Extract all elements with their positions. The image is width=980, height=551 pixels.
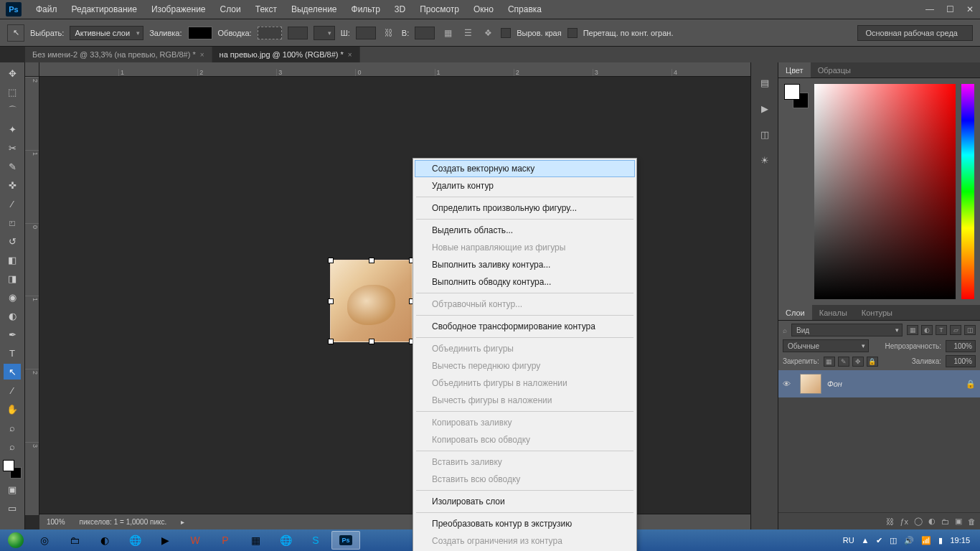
opacity-input[interactable]: 100%: [946, 340, 976, 352]
layer-row[interactable]: 👁 Фон 🔒: [778, 370, 980, 397]
stroke-swatch[interactable]: [258, 27, 282, 39]
magic-wand-tool[interactable]: ✦: [4, 121, 21, 137]
fx-icon[interactable]: ƒx: [900, 517, 908, 526]
filter-shape-icon[interactable]: ▱: [950, 325, 961, 335]
tray-shield-icon[interactable]: ✔: [876, 536, 882, 545]
channels-tab[interactable]: Каналы: [812, 305, 854, 320]
transform-handle[interactable]: [328, 339, 334, 344]
filter-type-icon[interactable]: T: [936, 325, 947, 335]
brush-tool[interactable]: ⁄: [4, 196, 21, 212]
lock-all-icon[interactable]: 🔒: [867, 357, 878, 367]
transform-handle[interactable]: [328, 258, 334, 263]
fill-opacity-input[interactable]: 100%: [946, 355, 976, 367]
transform-handle[interactable]: [328, 298, 334, 304]
cm-item-create-vector-mask[interactable]: Создать векторную маску: [415, 160, 635, 177]
color-field[interactable]: [814, 84, 956, 299]
arrange-icon[interactable]: ❖: [481, 26, 495, 40]
select-layers-dropdown[interactable]: Активные слои: [70, 26, 143, 40]
transform-handle[interactable]: [369, 258, 374, 263]
fill-swatch[interactable]: [188, 27, 212, 39]
gradient-tool[interactable]: ◨: [4, 270, 21, 286]
menu-layers[interactable]: Слои: [213, 1, 248, 17]
chevron-right-icon[interactable]: ▸: [181, 518, 184, 526]
lock-transparent-icon[interactable]: ▦: [824, 357, 835, 367]
delete-icon[interactable]: 🗑: [968, 517, 976, 526]
hue-slider[interactable]: [961, 84, 974, 299]
align-icon[interactable]: ☰: [461, 26, 475, 40]
tray-network-icon[interactable]: ◫: [890, 536, 897, 545]
menu-filter[interactable]: Фильтр: [344, 1, 387, 17]
move-tool[interactable]: ✥: [4, 65, 21, 81]
menu-file[interactable]: Файл: [29, 1, 65, 17]
tray-wifi-icon[interactable]: 📶: [921, 536, 931, 545]
canvas-area[interactable]: 12301234 210123 100% пикселов: 1 = 1,000…: [25, 62, 750, 529]
cm-item-extrude[interactable]: Преобразовать контур в экструзию: [415, 515, 635, 532]
visibility-eye-icon[interactable]: 👁: [783, 380, 794, 388]
drag-constrain-checkbox[interactable]: [567, 28, 578, 38]
cm-item-free-transform[interactable]: Свободное трансформирование контура: [415, 318, 635, 335]
task-icon[interactable]: ◎: [30, 531, 59, 550]
zoom-tool[interactable]: ⌕: [4, 420, 21, 435]
blend-mode-dropdown[interactable]: Обычные: [783, 339, 869, 352]
properties-panel-icon[interactable]: ◫: [758, 128, 772, 140]
lasso-tool[interactable]: ⌒: [4, 103, 21, 118]
menu-3d[interactable]: 3D: [387, 1, 413, 17]
search-icon[interactable]: ⌕: [783, 326, 787, 334]
height-input[interactable]: [415, 27, 435, 39]
layer-thumbnail[interactable]: [800, 374, 821, 394]
filter-pixel-icon[interactable]: ▦: [907, 325, 918, 335]
workspace-dropdown[interactable]: Основная рабочая среда: [857, 25, 973, 41]
maximize-button[interactable]: ☐: [940, 0, 960, 19]
selected-tool-icon[interactable]: ↖: [7, 24, 24, 42]
history-brush-tool[interactable]: ↺: [4, 233, 21, 249]
task-icon[interactable]: P: [211, 531, 240, 550]
document-tab[interactable]: на превью.jpg @ 100% (RGB/8#) * ×: [212, 47, 360, 62]
menu-view[interactable]: Просмотр: [413, 1, 466, 17]
tab-close-icon[interactable]: ×: [348, 51, 352, 59]
eraser-tool[interactable]: ◧: [4, 252, 21, 268]
new-layer-icon[interactable]: ▣: [955, 517, 962, 526]
cm-item-stroke-path[interactable]: Выполнить обводку контура...: [415, 273, 635, 291]
start-button[interactable]: [3, 530, 29, 550]
task-icon[interactable]: 🌐: [271, 531, 300, 550]
path-select-tool[interactable]: ↖: [4, 364, 21, 380]
menu-help[interactable]: Справка: [501, 1, 549, 17]
tray-volume-icon[interactable]: 🔊: [904, 536, 914, 545]
menu-window[interactable]: Окно: [466, 1, 501, 17]
lock-position-icon[interactable]: ✥: [852, 357, 864, 367]
eyedropper-tool[interactable]: ✎: [4, 159, 21, 174]
link-layers-icon[interactable]: ⛓: [886, 517, 894, 526]
zoom-level[interactable]: 100%: [47, 518, 65, 526]
close-button[interactable]: ✕: [960, 0, 980, 19]
stroke-style-dropdown[interactable]: [314, 26, 335, 40]
group-icon[interactable]: 🗀: [941, 517, 949, 526]
filter-kind-dropdown[interactable]: Вид: [791, 324, 903, 336]
quick-mask-icon[interactable]: ▣: [4, 481, 21, 497]
blur-tool[interactable]: ◉: [4, 289, 21, 305]
cm-item-fill-path[interactable]: Выполнить заливку контура...: [415, 256, 635, 273]
task-icon[interactable]: ◐: [90, 531, 119, 550]
cm-item-delete-path[interactable]: Удалить контур: [415, 177, 635, 194]
screen-mode-icon[interactable]: ▭: [4, 500, 21, 516]
cm-item-define-shape[interactable]: Определить произвольную фигуру...: [415, 199, 635, 217]
transform-handle[interactable]: [369, 339, 374, 344]
crop-tool[interactable]: ✂: [4, 140, 21, 156]
tray-battery-icon[interactable]: ▮: [938, 536, 943, 545]
width-input[interactable]: [356, 27, 376, 39]
swatches-tab[interactable]: Образцы: [811, 62, 858, 77]
tray-lang[interactable]: RU: [843, 536, 854, 545]
stamp-tool[interactable]: ⏍: [4, 215, 21, 230]
tab-close-icon[interactable]: ×: [200, 51, 204, 59]
task-icon-photoshop[interactable]: Ps: [331, 531, 360, 550]
mask-icon[interactable]: ◯: [914, 517, 923, 526]
menu-select[interactable]: Выделение: [284, 1, 344, 17]
color-swatches[interactable]: [784, 84, 809, 108]
menu-edit[interactable]: Редактирование: [65, 1, 144, 17]
paths-tab[interactable]: Контуры: [854, 305, 900, 320]
lock-image-icon[interactable]: ✎: [838, 357, 849, 367]
task-icon[interactable]: S: [301, 531, 330, 550]
actions-panel-icon[interactable]: ▶: [758, 103, 772, 114]
task-icon[interactable]: 🌐: [121, 531, 149, 550]
adjustment-icon[interactable]: ◐: [928, 517, 936, 526]
hand-tool[interactable]: ✋: [4, 401, 21, 417]
